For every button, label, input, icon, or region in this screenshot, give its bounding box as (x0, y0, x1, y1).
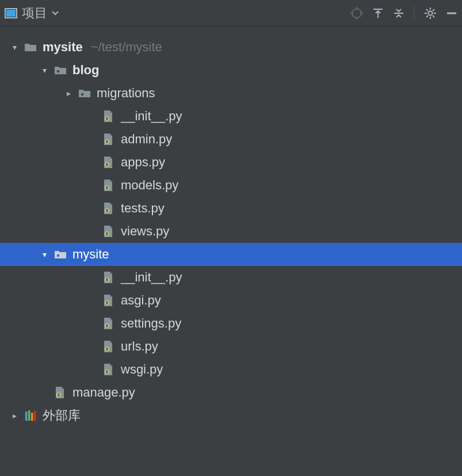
collapse-all-icon[interactable] (393, 7, 404, 19)
tree-node-file[interactable]: views.py (0, 220, 462, 243)
python-file-icon (102, 201, 116, 215)
tree-node-file[interactable]: __init__.py (0, 266, 462, 289)
svg-point-29 (57, 254, 59, 257)
node-label: migrations (97, 86, 155, 101)
library-icon (24, 409, 38, 422)
chevron-down-icon[interactable]: ▾ (39, 66, 49, 75)
python-file-icon (102, 294, 116, 307)
svg-rect-39 (34, 411, 36, 421)
target-icon[interactable] (350, 7, 363, 20)
svg-line-16 (426, 9, 428, 11)
python-file-icon (54, 386, 68, 399)
gear-icon[interactable] (424, 7, 437, 20)
svg-rect-1 (6, 10, 16, 17)
project-view-icon[interactable] (5, 8, 17, 18)
tree-node-file-manage[interactable]: manage.py (0, 381, 462, 404)
tree-node-file[interactable]: models.py (0, 174, 462, 197)
node-label: asgi.py (121, 293, 161, 308)
tree-node-project-root[interactable]: ▾ mysite ~/test/mysite (0, 36, 462, 59)
node-label: settings.py (121, 316, 181, 331)
tree-node-file[interactable]: __init__.py (0, 105, 462, 128)
python-file-icon (102, 155, 116, 169)
node-label: models.py (121, 178, 178, 193)
node-label: apps.py (121, 155, 165, 170)
expand-all-icon[interactable] (372, 7, 384, 19)
node-path: ~/test/mysite (91, 40, 162, 55)
tree-node-folder-migrations[interactable]: ▸ migrations (0, 82, 462, 105)
node-label: tests.py (121, 201, 165, 216)
svg-rect-36 (25, 412, 28, 421)
tree-node-file[interactable]: settings.py (0, 312, 462, 335)
tree-node-file[interactable]: urls.py (0, 335, 462, 358)
tree-node-file[interactable]: wsgi.py (0, 358, 462, 381)
chevron-right-icon[interactable]: ▸ (9, 411, 20, 420)
tree-node-file[interactable]: asgi.py (0, 289, 462, 312)
python-file-icon (102, 109, 116, 123)
python-file-icon (102, 271, 116, 284)
python-file-icon (102, 224, 116, 238)
svg-point-11 (429, 11, 433, 15)
tree-node-file[interactable]: apps.py (0, 151, 462, 174)
svg-line-17 (433, 16, 434, 17)
node-label: manage.py (72, 385, 135, 400)
svg-line-19 (433, 9, 434, 11)
node-label: views.py (121, 224, 169, 239)
node-label: mysite (43, 40, 83, 55)
package-folder-icon (78, 86, 92, 100)
chevron-down-icon[interactable]: ▾ (9, 43, 20, 52)
tree-node-folder-mysite[interactable]: ▾ mysite (0, 243, 462, 266)
node-label: blog (72, 63, 99, 78)
divider (414, 6, 415, 21)
node-label: mysite (72, 247, 109, 262)
python-file-icon (102, 317, 116, 330)
svg-rect-37 (28, 410, 30, 421)
chevron-right-icon[interactable]: ▸ (63, 89, 74, 98)
svg-point-2 (352, 9, 361, 18)
node-label: __init__.py (121, 109, 182, 124)
folder-icon (24, 40, 38, 54)
toolbar-right (350, 6, 457, 21)
svg-point-22 (81, 93, 83, 96)
package-folder-icon (54, 247, 68, 261)
tree-node-file[interactable]: admin.py (0, 128, 462, 151)
node-label: wsgi.py (121, 362, 163, 377)
svg-rect-38 (31, 413, 33, 421)
project-tree: ▾ mysite ~/test/mysite ▾ blog ▸ migratio… (0, 26, 462, 427)
python-file-icon (102, 178, 116, 192)
python-file-icon (102, 132, 116, 146)
dropdown-icon[interactable] (52, 11, 59, 16)
minimize-icon[interactable] (446, 7, 457, 19)
toolbar-title: 项目 (22, 5, 47, 22)
svg-point-21 (57, 70, 59, 73)
toolbar-left: 项目 (5, 5, 59, 22)
node-label: urls.py (121, 339, 158, 354)
python-file-icon (102, 363, 116, 376)
svg-line-18 (426, 16, 428, 17)
node-label: admin.py (121, 132, 172, 147)
python-file-icon (102, 340, 116, 353)
tree-node-external-libraries[interactable]: ▸ 外部库 (0, 404, 462, 427)
tree-node-folder-blog[interactable]: ▾ blog (0, 59, 462, 82)
node-label: 外部库 (43, 407, 81, 424)
node-label: __init__.py (121, 270, 182, 285)
toolbar: 项目 (0, 0, 462, 26)
chevron-down-icon[interactable]: ▾ (39, 250, 49, 259)
tree-node-file[interactable]: tests.py (0, 197, 462, 220)
package-folder-icon (54, 63, 68, 77)
